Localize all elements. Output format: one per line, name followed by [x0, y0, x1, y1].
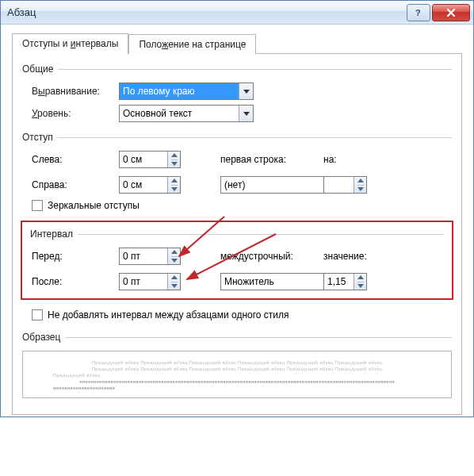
tab-position[interactable]: Положение на странице Положение на стран… — [128, 34, 256, 54]
alignment-value: По левому краю — [120, 83, 239, 99]
divider — [58, 69, 452, 70]
noadd-space-checkbox[interactable]: Не добавлять интервал между абзацами одн… — [22, 309, 452, 321]
titlebar: Абзац ? — [1, 1, 473, 25]
tabs: Отступы и интервалы Отступы и интервалы … — [12, 33, 462, 54]
spin-up-icon[interactable] — [171, 274, 178, 282]
spin-down-icon[interactable] — [171, 282, 178, 290]
close-button[interactable] — [432, 4, 470, 21]
indent-right-label: Справа:Справа: — [32, 179, 119, 190]
group-interval-title: Интервал — [30, 228, 78, 240]
level-dropdown[interactable]: Основной текст — [119, 105, 254, 122]
by-spinner[interactable] — [323, 176, 367, 194]
dialog-content: Отступы и интервалы Отступы и интервалы … — [1, 25, 473, 416]
sample-preview: Предыдущий абзац Предыдущий абзац Предыд… — [22, 351, 452, 398]
by-label: на:на: — [323, 154, 411, 165]
checkbox-icon — [32, 200, 43, 211]
tab-panel: Общие Выравнивание:Выравнивание: По лево… — [12, 54, 462, 415]
spin-down-icon[interactable] — [357, 282, 364, 290]
spin-down-icon[interactable] — [171, 256, 178, 265]
level-label: Уровень:Уровень: — [32, 108, 119, 119]
spin-down-icon[interactable] — [357, 185, 364, 194]
spin-up-icon[interactable] — [171, 248, 178, 256]
before-label: Перед:Перед: — [32, 251, 119, 262]
before-spinner[interactable]: 0 пт — [119, 248, 181, 265]
after-spinner[interactable]: 0 пт — [119, 273, 181, 290]
spin-down-icon[interactable] — [171, 185, 178, 194]
svg-text:?: ? — [415, 8, 421, 17]
alignment-dropdown[interactable]: По левому краю — [119, 83, 254, 100]
checkbox-icon — [32, 309, 43, 321]
group-general: Общие Выравнивание:Выравнивание: По лево… — [22, 63, 452, 122]
help-button[interactable]: ? — [407, 4, 430, 21]
noadd-space-label: Не добавлять интервал между абзацами одн… — [48, 309, 289, 321]
paragraph-dialog: Абзац ? Отступы и интервалы Отступы и ин… — [0, 0, 474, 417]
divider — [58, 137, 452, 138]
spin-up-icon[interactable] — [171, 152, 178, 159]
group-indent: Отступ Слева:Слева: 0 см первая строка:п… — [22, 132, 452, 211]
chevron-down-icon — [239, 106, 253, 121]
line-spacing-label: междустрочный:междустрочный: — [220, 251, 323, 262]
divider — [65, 337, 452, 338]
value-label: значение:значение: — [323, 251, 411, 262]
group-sample-title: Образец — [22, 332, 65, 343]
group-indent-title: Отступ — [22, 132, 58, 143]
firstline-label: первая строка:первая строка: — [220, 154, 323, 165]
indent-left-label: Слева:Слева: — [32, 154, 119, 165]
line-value-spinner[interactable]: 1,15 — [323, 273, 367, 290]
spin-up-icon[interactable] — [171, 177, 178, 185]
tab-indents-spacing[interactable]: Отступы и интервалы Отступы и интервалы — [12, 33, 128, 54]
level-value: Основной текст — [120, 106, 239, 121]
group-sample: Образец Предыдущий абзац Предыдущий абза… — [22, 332, 452, 398]
group-interval: Интервал Перед:Перед: 0 пт междустрочный… — [21, 221, 453, 300]
alignment-label: Выравнивание:Выравнивание: — [32, 86, 119, 97]
mirror-indent-label: Зеркальные отступыЗеркальные отступы — [48, 200, 140, 211]
divider — [78, 234, 444, 235]
chevron-down-icon — [239, 83, 253, 99]
window-title: Абзац — [7, 6, 405, 18]
group-general-title: Общие — [22, 63, 58, 75]
spin-up-icon[interactable] — [357, 274, 364, 282]
after-label: После:После: — [32, 276, 119, 287]
mirror-indent-checkbox[interactable]: Зеркальные отступыЗеркальные отступы — [22, 200, 452, 211]
indent-right-spinner[interactable]: 0 см — [119, 176, 181, 194]
spin-up-icon[interactable] — [357, 177, 364, 185]
indent-left-spinner[interactable]: 0 см — [119, 151, 181, 168]
spin-down-icon[interactable] — [171, 159, 178, 168]
